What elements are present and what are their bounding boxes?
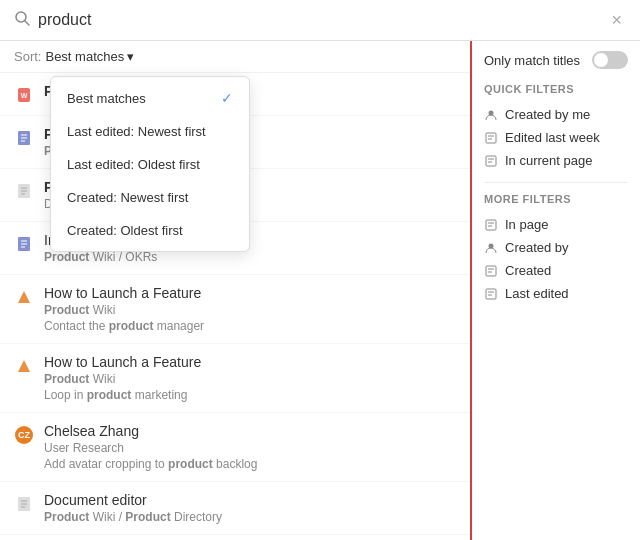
search-icon — [14, 10, 30, 30]
result-subtitle: User Research — [44, 441, 456, 455]
left-panel: Sort: Best matches ▾ Best matches ✓ Last… — [0, 41, 470, 540]
filter-label: Created by me — [505, 107, 590, 122]
page-icon — [484, 218, 498, 232]
page-icon — [484, 131, 498, 145]
search-bar: × — [0, 0, 640, 41]
sort-option-label: Last edited: Oldest first — [67, 157, 200, 172]
only-match-titles-row: Only match titles — [484, 51, 628, 69]
main-content: Sort: Best matches ▾ Best matches ✓ Last… — [0, 41, 640, 540]
filter-created-by[interactable]: Created by — [484, 236, 628, 259]
filter-label: Last edited — [505, 286, 569, 301]
only-match-titles-toggle[interactable] — [592, 51, 628, 69]
result-subtitle: Product Wiki — [44, 372, 456, 386]
filter-label: Created by — [505, 240, 569, 255]
result-title: How to Launch a Feature — [44, 285, 456, 301]
sort-option-label: Last edited: Newest first — [67, 124, 206, 139]
filter-last-edited[interactable]: Last edited — [484, 282, 628, 305]
sort-dropdown-trigger[interactable]: Best matches ▾ — [45, 49, 134, 64]
page-icon — [484, 154, 498, 168]
result-icon — [14, 234, 34, 254]
quick-filters-title: QUICK FILTERS — [484, 83, 628, 95]
svg-rect-23 — [486, 133, 496, 143]
toggle-knob — [594, 53, 608, 67]
person-icon — [484, 241, 498, 255]
checkmark-icon: ✓ — [221, 90, 233, 106]
result-excerpt: Contact the product manager — [44, 319, 456, 333]
page-icon — [484, 287, 498, 301]
clear-button[interactable]: × — [607, 11, 626, 29]
filter-in-current-page[interactable]: In current page — [484, 149, 628, 172]
result-item-chelsea-zhang[interactable]: CZ Chelsea Zhang User Research Add avata… — [0, 413, 470, 482]
sort-option-created-oldest[interactable]: Created: Oldest first — [51, 214, 249, 247]
filter-label: Created — [505, 263, 551, 278]
search-input[interactable] — [38, 11, 607, 29]
result-icon: W — [14, 85, 34, 105]
filter-label: Edited last week — [505, 130, 600, 145]
person-icon — [484, 108, 498, 122]
only-match-titles-label: Only match titles — [484, 53, 580, 68]
right-panel: Only match titles QUICK FILTERS Created … — [470, 41, 640, 540]
result-icon: CZ — [14, 425, 34, 445]
svg-rect-33 — [486, 266, 496, 276]
result-title: Chelsea Zhang — [44, 423, 456, 439]
filter-label: In page — [505, 217, 548, 232]
svg-rect-26 — [486, 156, 496, 166]
divider — [484, 182, 628, 183]
svg-text:W: W — [21, 92, 28, 99]
svg-line-1 — [25, 21, 29, 25]
result-icon — [14, 287, 34, 307]
more-filters-title: MORE FILTERS — [484, 193, 628, 205]
result-icon — [14, 356, 34, 376]
result-item-document-editor[interactable]: Document editor Product Wiki / Product D… — [0, 482, 470, 535]
result-icon — [14, 128, 34, 148]
svg-rect-36 — [486, 289, 496, 299]
result-icon — [14, 181, 34, 201]
sort-option-created-newest[interactable]: Created: Newest first — [51, 181, 249, 214]
result-item-how-to-launch-1[interactable]: How to Launch a Feature Product Wiki Con… — [0, 275, 470, 344]
sort-option-last-edited-newest[interactable]: Last edited: Newest first — [51, 115, 249, 148]
page-icon — [484, 264, 498, 278]
result-subtitle: Product Wiki / OKRs — [44, 250, 456, 264]
sort-current-value: Best matches — [45, 49, 124, 64]
sort-dropdown-menu: Best matches ✓ Last edited: Newest first… — [50, 76, 250, 252]
result-item-how-to-launch-2[interactable]: How to Launch a Feature Product Wiki Loo… — [0, 344, 470, 413]
svg-rect-29 — [486, 220, 496, 230]
sort-label: Sort: — [14, 49, 41, 64]
avatar: CZ — [15, 426, 33, 444]
result-excerpt: Add avatar cropping to product backlog — [44, 457, 456, 471]
result-subtitle: Product Wiki / Product Directory — [44, 510, 456, 524]
filter-created[interactable]: Created — [484, 259, 628, 282]
result-icon — [14, 494, 34, 514]
result-subtitle: Product Wiki — [44, 303, 456, 317]
result-excerpt: Loop in product marketing — [44, 388, 456, 402]
svg-marker-17 — [18, 360, 30, 372]
sort-option-best-matches[interactable]: Best matches ✓ — [51, 81, 249, 115]
svg-marker-16 — [18, 291, 30, 303]
sort-option-label: Created: Oldest first — [67, 223, 183, 238]
sort-option-label: Best matches — [67, 91, 146, 106]
filter-in-page[interactable]: In page — [484, 213, 628, 236]
sort-bar: Sort: Best matches ▾ — [0, 41, 470, 73]
filter-edited-last-week[interactable]: Edited last week — [484, 126, 628, 149]
result-title: Document editor — [44, 492, 456, 508]
sort-option-last-edited-oldest[interactable]: Last edited: Oldest first — [51, 148, 249, 181]
sort-chevron-icon: ▾ — [127, 49, 134, 64]
filter-created-by-me[interactable]: Created by me — [484, 103, 628, 126]
sort-option-label: Created: Newest first — [67, 190, 188, 205]
filter-label: In current page — [505, 153, 592, 168]
result-title: How to Launch a Feature — [44, 354, 456, 370]
